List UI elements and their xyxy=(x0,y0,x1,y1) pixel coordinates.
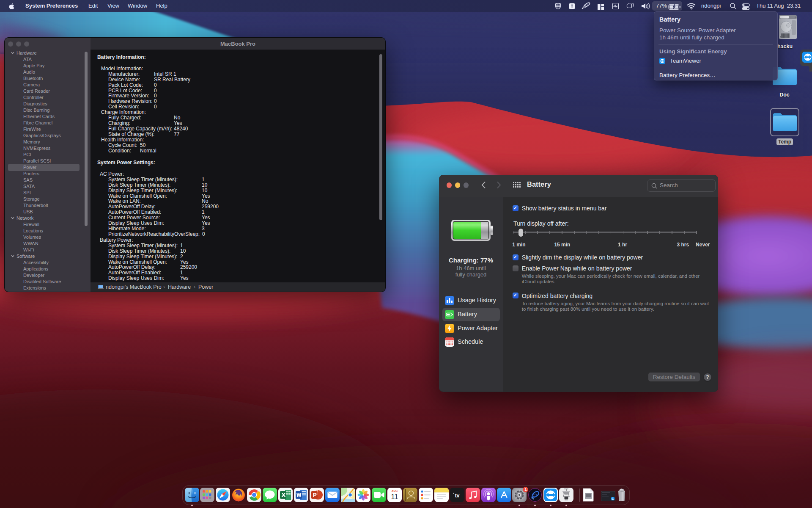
svg-text:tv: tv xyxy=(455,493,459,499)
svg-text:AUG: AUG xyxy=(392,489,398,492)
svg-text:11: 11 xyxy=(391,493,398,501)
